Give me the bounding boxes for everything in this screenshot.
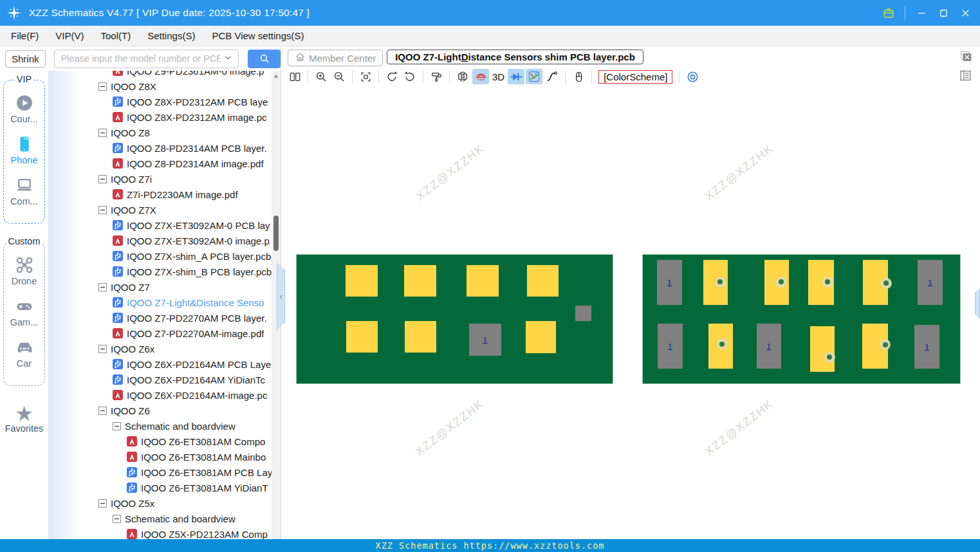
tree-item[interactable]: IQOO Z6	[48, 403, 281, 418]
pcb-pad[interactable]: 1	[757, 324, 781, 369]
tree-item[interactable]: IQOO Z7X-shim_A PCB layer.pcb	[48, 248, 281, 264]
panel-toggle-icon[interactable]	[959, 69, 972, 85]
tree-item[interactable]: IQOO Z6-ET3081AM PCB Lay	[48, 465, 281, 480]
pcb-pad[interactable]	[708, 324, 733, 369]
right-panel-handle[interactable]	[975, 288, 980, 319]
tree-item[interactable]: IQOO Z6-ET3081AM Compo	[48, 434, 281, 449]
rail-item-gam[interactable]: Gam...	[5, 297, 43, 327]
menu-item-1[interactable]: VIP(V)	[47, 26, 92, 46]
tree-item[interactable]: IQOO Z5X-PD2123AM Comp	[48, 526, 281, 539]
menu-item-2[interactable]: Tool(T)	[93, 26, 140, 46]
paint-roller-icon[interactable]	[428, 69, 445, 84]
tree-item[interactable]: IQOO Z6X-PD2164AM-image.pc	[48, 387, 281, 403]
rail-item-favorites[interactable]: ★Favorites	[0, 404, 48, 434]
rail-item-drone[interactable]: Drone	[5, 255, 43, 286]
tree-item[interactable]: IQOO Z6x	[48, 341, 281, 356]
chevron-down-icon[interactable]	[223, 52, 236, 66]
pcb-pad[interactable]	[575, 306, 591, 321]
eye-visibility-icon[interactable]	[684, 69, 701, 84]
pcb-pad[interactable]	[808, 260, 834, 305]
measure-icon[interactable]	[526, 69, 542, 84]
mouse-settings-icon[interactable]	[570, 69, 587, 84]
curve-icon[interactable]	[544, 69, 560, 84]
close-icon[interactable]	[954, 4, 976, 22]
minimize-icon[interactable]	[911, 4, 932, 22]
shrink-button[interactable]: Shrink	[5, 50, 46, 68]
search-button[interactable]	[248, 50, 281, 68]
rotate-left-icon[interactable]	[384, 69, 400, 84]
pcb-pad[interactable]	[703, 260, 728, 305]
collapse-icon[interactable]	[98, 499, 107, 508]
ufo-mode-icon[interactable]	[472, 69, 489, 84]
rail-item-phone[interactable]: Phone	[5, 134, 43, 165]
menu-item-3[interactable]: Settings(S)	[139, 26, 203, 46]
pcb-viewport[interactable]: XZZ@XZZHKXZZ@XZZHKXZZ@XZZHKXZZ@XZZHK1111…	[281, 86, 980, 539]
pcb-pad[interactable]	[862, 324, 888, 369]
pcb-pad[interactable]	[467, 265, 499, 297]
menu-item-4[interactable]: PCB View settings(S)	[203, 26, 312, 46]
pcb-pad[interactable]	[346, 265, 378, 297]
split-view-icon[interactable]	[286, 69, 303, 84]
tree-item[interactable]: IQOO Z7-PD2270AM-image.pdf	[48, 326, 281, 341]
menu-item-0[interactable]: File(F)	[3, 26, 47, 46]
pcb-pad[interactable]: 1	[469, 324, 501, 356]
briefcase-icon[interactable]	[878, 4, 900, 22]
tree-item[interactable]: IQOO Z7	[48, 279, 281, 295]
pcb-pad[interactable]	[527, 265, 559, 297]
mirror-flip-icon[interactable]	[454, 69, 471, 84]
rail-item-car[interactable]: Car	[5, 338, 43, 369]
pcb-pad[interactable]	[810, 326, 835, 372]
collapse-icon[interactable]	[98, 82, 107, 91]
pcb-left-board[interactable]: 1	[297, 255, 613, 383]
zoom-out-icon[interactable]	[331, 69, 347, 84]
status-link[interactable]: XZZ Schematics https://www.xzztools.com	[376, 540, 605, 551]
scroll-up-icon[interactable]: ▲	[272, 72, 281, 79]
rail-item-cour[interactable]: Cour...	[5, 93, 43, 124]
tree-item[interactable]: Schematic and boardview	[48, 511, 281, 526]
tree-item[interactable]: IQOO Z8X-PD2312AM image.pc	[48, 109, 281, 125]
tree-item[interactable]: IQOO Z7-PD2270AM PCB layer.	[48, 310, 281, 326]
pcb-pad[interactable]	[346, 321, 378, 353]
diode-mode-icon[interactable]	[508, 69, 524, 84]
tree-item[interactable]: IQOO Z8-PD2314AM image.pdf	[48, 156, 281, 171]
tab-active-document[interactable]: IQOO Z7-LightDistance Sensors shim PCB l…	[387, 50, 643, 64]
search-input[interactable]	[55, 53, 223, 64]
collapse-icon[interactable]	[113, 515, 121, 523]
pcb-pad[interactable]	[526, 321, 556, 353]
tree-item[interactable]: IQOO Z6-ET3081AM Mainbo	[48, 449, 281, 465]
pcb-pad[interactable]	[764, 260, 789, 305]
pcb-pad[interactable]	[863, 260, 888, 305]
collapse-icon[interactable]	[98, 345, 107, 353]
pcb-pad[interactable]: 1	[914, 325, 939, 369]
collapse-icon[interactable]	[113, 422, 121, 430]
tree-item[interactable]: IQOO Z5x	[48, 495, 281, 511]
pcb-pad[interactable]	[405, 321, 436, 353]
tree-item[interactable]: IQOO Z6X-PD2164AM YiDianTc	[48, 372, 281, 387]
tree-item[interactable]: IQOO Z6-ET3081AM YiDianT	[48, 480, 281, 495]
collapse-panel-handle[interactable]: ‹	[277, 262, 285, 330]
zoom-in-icon[interactable]	[313, 69, 329, 84]
3d-toggle[interactable]: 3D	[490, 71, 506, 82]
tree-item[interactable]: Schematic and boardview	[48, 418, 281, 434]
tree-item[interactable]: IQOO Z7X-ET3092AM-0 image.p	[48, 233, 281, 248]
collapse-icon[interactable]	[98, 175, 107, 183]
rail-item-com[interactable]: Com...	[5, 176, 43, 207]
tree-item[interactable]: IQOO Z8X-PD2312AM PCB laye	[48, 94, 281, 109]
tree-item[interactable]: IQOO Z6X-PD2164AM PCB Laye	[48, 356, 281, 372]
close-pane-icon[interactable]	[959, 50, 974, 64]
collapse-icon[interactable]	[98, 129, 107, 137]
tree-item[interactable]: IQOO Z9-PD2361AM-0 image.p	[48, 71, 281, 78]
tree-item[interactable]: IQOO Z8X	[48, 78, 281, 94]
tree-item[interactable]: IQOO Z7X-shim_B PCB layer.pcb	[48, 264, 281, 279]
pcb-pad[interactable]	[404, 265, 436, 297]
collapse-icon[interactable]	[98, 206, 107, 214]
tree-item[interactable]: IQOO Z7-Light&Distance Senso	[48, 295, 281, 310]
rotate-right-icon[interactable]	[402, 69, 418, 84]
color-scheme-button[interactable]: [ColorScheme]	[598, 70, 672, 84]
tree-item[interactable]: IQOO Z7i	[48, 171, 281, 187]
collapse-icon[interactable]	[98, 283, 107, 291]
tab-member-center[interactable]: Member Center	[288, 50, 383, 66]
tree-item[interactable]: IQOO Z7X	[48, 202, 281, 217]
pcb-pad[interactable]: 1	[657, 260, 682, 305]
scrollbar-thumb[interactable]	[273, 216, 279, 251]
